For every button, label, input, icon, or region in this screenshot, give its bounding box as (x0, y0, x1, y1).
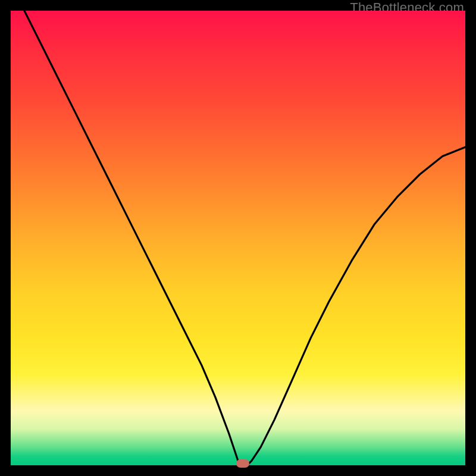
chart-frame: TheBottleneck.com (0, 0, 476, 476)
bottleneck-curve (11, 11, 465, 465)
curve-path (11, 11, 465, 465)
plot-area (11, 11, 465, 465)
optimal-marker (236, 459, 249, 468)
